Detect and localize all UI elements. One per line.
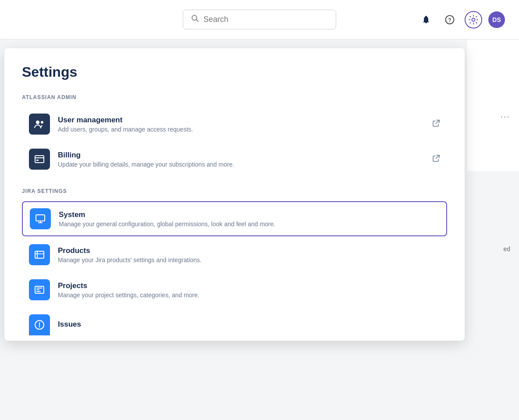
navbar-right: ? DS	[417, 11, 505, 28]
avatar-button[interactable]: DS	[488, 11, 505, 28]
billing-text: Billing Update your billing details, man…	[58, 151, 427, 168]
menu-item-system[interactable]: System Manage your general configuration…	[22, 201, 447, 236]
svg-rect-2	[425, 22, 427, 23]
products-text: Products Manage your Jira products' sett…	[58, 246, 440, 263]
svg-line-12	[436, 155, 439, 159]
svg-text:?: ?	[448, 17, 451, 23]
jira-settings-label: JIRA SETTINGS	[22, 188, 447, 194]
user-management-icon	[29, 114, 50, 135]
issues-title: Issues	[58, 320, 440, 329]
issues-text: Issues	[58, 320, 440, 330]
svg-line-1	[196, 20, 199, 22]
issues-icon	[29, 314, 50, 335]
notifications-button[interactable]	[417, 11, 435, 28]
help-button[interactable]: ?	[441, 11, 459, 28]
system-text: System Manage your general configuration…	[59, 210, 439, 228]
help-icon: ?	[445, 15, 455, 25]
navbar-center	[183, 10, 336, 29]
svg-point-6	[36, 121, 39, 124]
svg-line-8	[436, 120, 439, 124]
settings-dropdown: Settings ATLASSIAN ADMIN User management…	[4, 48, 465, 341]
system-desc: Manage your general configuration, globa…	[59, 221, 439, 228]
search-icon	[191, 14, 199, 25]
menu-item-issues[interactable]: Issues	[22, 308, 447, 339]
projects-title: Projects	[58, 281, 440, 290]
bell-icon	[421, 15, 431, 25]
projects-desc: Manage your project settings, categories…	[58, 292, 440, 299]
billing-icon	[29, 149, 50, 170]
menu-item-products[interactable]: Products Manage your Jira products' sett…	[22, 238, 447, 271]
billing-title: Billing	[58, 151, 427, 160]
search-bar[interactable]	[183, 10, 336, 29]
svg-point-5	[472, 18, 475, 21]
products-desc: Manage your Jira products' settings and …	[58, 256, 440, 263]
svg-rect-11	[36, 160, 39, 161]
svg-point-7	[41, 121, 43, 124]
section-divider-1	[22, 178, 447, 188]
products-icon	[29, 244, 50, 265]
svg-rect-19	[35, 286, 44, 293]
side-panel: ... ed	[466, 39, 519, 171]
atlassian-admin-label: ATLASSIAN ADMIN	[22, 94, 447, 100]
settings-button[interactable]	[465, 11, 482, 28]
svg-rect-13	[36, 215, 45, 221]
user-management-desc: Add users, groups, and manage access req…	[58, 126, 427, 133]
avatar-initials: DS	[492, 16, 501, 23]
svg-rect-9	[35, 156, 44, 163]
system-title: System	[59, 210, 439, 219]
user-management-text: User management Add users, groups, and m…	[58, 116, 427, 133]
user-management-external-icon	[432, 119, 440, 129]
search-input[interactable]	[203, 15, 328, 24]
products-title: Products	[58, 246, 440, 255]
dots-indicator: ...	[500, 110, 510, 120]
menu-item-projects[interactable]: Projects Manage your project settings, c…	[22, 273, 447, 306]
billing-external-icon	[432, 154, 440, 164]
system-icon	[30, 208, 51, 229]
gear-icon	[469, 15, 478, 25]
settings-title: Settings	[22, 64, 447, 80]
projects-icon	[29, 279, 50, 300]
svg-rect-16	[35, 251, 44, 258]
menu-item-billing[interactable]: Billing Update your billing details, man…	[22, 142, 447, 176]
navbar: ? DS	[0, 0, 519, 39]
user-management-title: User management	[58, 116, 427, 125]
projects-text: Projects Manage your project settings, c…	[58, 281, 440, 299]
billing-desc: Update your billing details, manage your…	[58, 161, 427, 168]
menu-item-user-management[interactable]: User management Add users, groups, and m…	[22, 107, 447, 141]
side-text: ed	[503, 246, 510, 253]
